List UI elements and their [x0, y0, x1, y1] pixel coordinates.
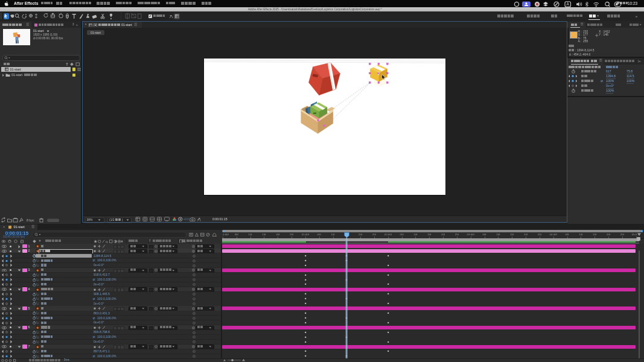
svg-text:8 bpc: 8 bpc: [27, 218, 34, 222]
svg-text:+0.0: +0.0: [183, 218, 189, 221]
svg-text:fx: fx: [106, 240, 108, 243]
svg-text:A: A: [567, 2, 570, 6]
